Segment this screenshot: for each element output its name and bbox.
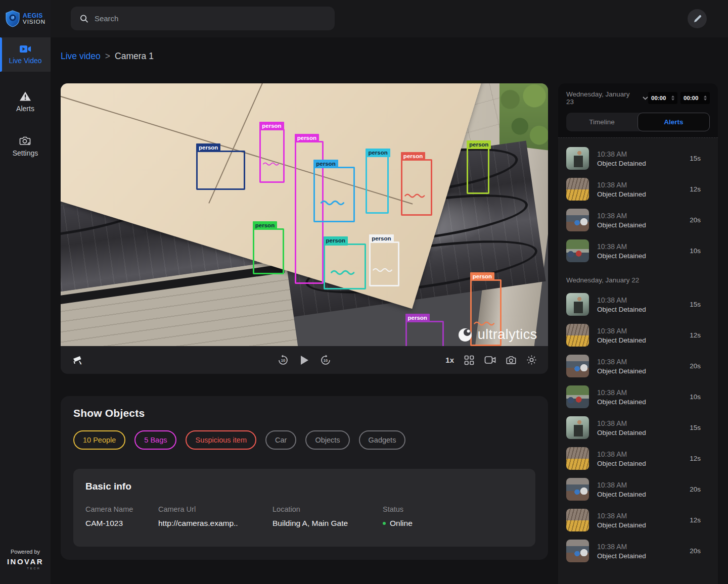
field-label: Status: [383, 505, 523, 513]
camera-settings-icon: [19, 136, 31, 146]
detection-label: person: [196, 143, 220, 152]
field-value: Building A, Main Gate: [272, 519, 383, 528]
detection-box-person: person: [253, 228, 284, 274]
alert-time: 10:38 AM: [597, 212, 646, 220]
tab-alerts[interactable]: Alerts: [638, 113, 710, 131]
tracking-trail: [262, 161, 282, 167]
status-badge: Online: [390, 519, 413, 528]
alert-event: Object Detained: [597, 221, 646, 229]
alert-thumbnail: [566, 385, 589, 408]
alert-thumbnail: [566, 239, 589, 262]
alert-time: 10:38 AM: [597, 150, 646, 158]
alert-duration: 20s: [690, 485, 701, 493]
search-bar[interactable]: [71, 7, 335, 30]
edit-button[interactable]: [688, 9, 707, 28]
alert-item[interactable]: 10:38 AMObject Detained15s: [558, 412, 718, 443]
detection-box-person: person: [366, 156, 388, 214]
record-video-button[interactable]: [484, 356, 496, 364]
alert-list[interactable]: 10:38 AMObject Detained15s10:38 AMObject…: [558, 137, 718, 584]
detection-overlay: personpersonpersonpersonpersonpersonpers…: [61, 83, 548, 346]
snapshot-button[interactable]: [506, 356, 516, 365]
time-spinner[interactable]: [704, 95, 707, 101]
alert-event: Object Detained: [597, 491, 646, 498]
detection-box-person: person: [259, 129, 285, 183]
alert-item[interactable]: 10:38 AMObject Detained12s: [558, 320, 718, 351]
alert-item[interactable]: 10:38 AMObject Detained10s: [558, 235, 718, 266]
alert-duration: 20s: [690, 547, 701, 555]
field-label: Camera Url: [158, 505, 272, 513]
basic-info-title: Basic info: [85, 481, 523, 492]
sidebar-item-live-video[interactable]: Live Video: [0, 37, 51, 72]
alert-item[interactable]: 10:38 AMObject Detained20s: [558, 205, 718, 235]
alert-thumbnail: [566, 478, 589, 501]
chip-car[interactable]: Car: [265, 430, 296, 450]
sidebar-item-alerts[interactable]: Alerts: [0, 85, 51, 119]
sidebar-item-settings[interactable]: Settings: [0, 130, 51, 163]
playback-speed[interactable]: 1x: [445, 356, 454, 364]
date-picker[interactable]: Wednesday, January 23: [566, 90, 648, 106]
alert-item[interactable]: 10:38 AMObject Detained12s: [558, 505, 718, 536]
app-root: AEGIS VISION Live Video Alerts Settings …: [0, 0, 728, 584]
field-value: http://cameras.examp..: [158, 519, 272, 528]
alert-item[interactable]: 10:38 AMObject Detained10s: [558, 381, 718, 412]
play-icon: [300, 355, 309, 365]
search-input[interactable]: [95, 14, 326, 23]
alert-duration: 20s: [690, 216, 701, 224]
grid-view-button[interactable]: [464, 355, 474, 365]
time-from-input[interactable]: 00:00: [648, 92, 677, 104]
date-separator: Wednesday, January 22: [558, 266, 718, 289]
alert-time: 10:38 AM: [597, 242, 646, 251]
video-controls: 4 10 10 1x: [61, 346, 548, 374]
alert-event: Object Detained: [597, 367, 646, 375]
alert-thumbnail: [566, 509, 589, 531]
chip-5-bags[interactable]: 5 Bags: [134, 430, 176, 450]
brand-logo: AEGIS VISION: [0, 0, 51, 37]
alert-time: 10:38 AM: [597, 327, 646, 335]
cctv-camera-button[interactable]: 4: [72, 355, 84, 366]
forward-10-button[interactable]: 10: [320, 355, 331, 366]
detection-label: person: [405, 314, 430, 322]
tracking-trail: [317, 200, 350, 206]
alert-duration: 10s: [690, 247, 701, 255]
alert-thumbnail: [566, 178, 589, 201]
detection-label: person: [467, 140, 491, 149]
video-feed[interactable]: personpersonpersonpersonpersonpersonpers…: [61, 83, 548, 346]
alert-thumbnail: [566, 355, 589, 377]
alert-item[interactable]: 10:38 AMObject Detained15s: [558, 289, 718, 320]
alert-thumbnail: [566, 324, 589, 347]
alert-event: Object Detained: [597, 160, 646, 167]
pencil-icon: [693, 15, 702, 23]
alert-time: 10:38 AM: [597, 450, 646, 458]
tab-timeline[interactable]: Timeline: [566, 113, 638, 131]
breadcrumb-live-video[interactable]: Live video: [61, 51, 101, 62]
time-to-value: 00:00: [684, 95, 698, 101]
alert-item[interactable]: 10:38 AMObject Detained20s: [558, 351, 718, 381]
time-to-input[interactable]: 00:00: [680, 92, 710, 104]
tracking-trail: [473, 320, 497, 327]
alert-item[interactable]: 10:38 AMObject Detained12s: [558, 174, 718, 205]
alert-event: Object Detained: [597, 521, 646, 529]
chip-10-people[interactable]: 10 People: [73, 430, 125, 450]
detection-box-person: person: [313, 167, 355, 222]
alert-time: 10:38 AM: [597, 512, 646, 520]
alerts-panel: Wednesday, January 23 00:00 00:00 Timeli…: [558, 83, 718, 584]
settings-button[interactable]: [526, 355, 537, 365]
alert-item[interactable]: 10:38 AMObject Detained20s: [558, 536, 718, 566]
alert-item[interactable]: 10:38 AMObject Detained12s: [558, 443, 718, 474]
alert-time: 10:38 AM: [597, 419, 646, 427]
alert-event: Object Detained: [597, 429, 646, 436]
alert-item[interactable]: 10:38 AMObject Detained20s: [558, 474, 718, 505]
detection-box-person: person: [196, 151, 245, 190]
chip-gadgets[interactable]: Gadgets: [359, 430, 406, 450]
alert-event: Object Detained: [597, 460, 646, 467]
chip-objects[interactable]: Objects: [305, 430, 349, 450]
object-filter-chips: 10 People5 BagsSuspicious itemCarObjects…: [73, 430, 535, 450]
gear-icon: [526, 355, 537, 365]
alert-time: 10:38 AM: [597, 543, 646, 551]
time-spinner[interactable]: [671, 95, 674, 101]
rewind-10-button[interactable]: 10: [278, 355, 289, 366]
alert-thumbnail: [566, 540, 589, 562]
alert-item[interactable]: 10:38 AMObject Detained15s: [558, 143, 718, 174]
chip-suspicious-item[interactable]: Suspicious item: [186, 430, 256, 450]
play-button[interactable]: [300, 355, 309, 365]
